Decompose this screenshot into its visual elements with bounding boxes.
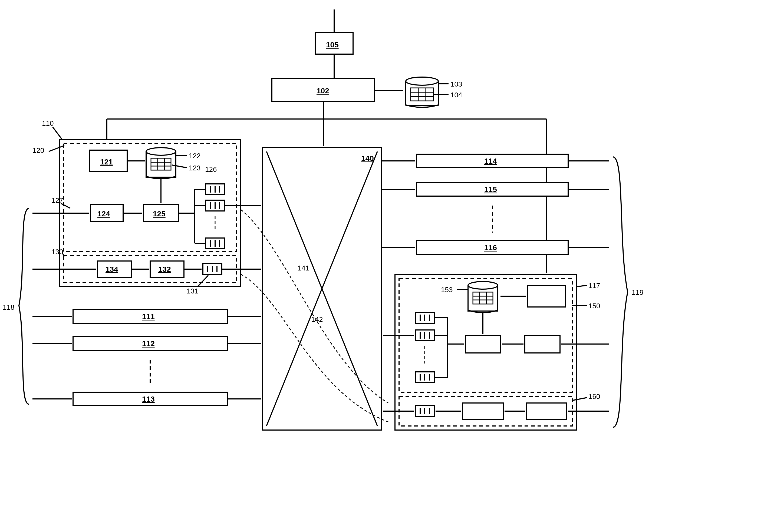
svg-rect-99 xyxy=(465,335,500,353)
ref-150: 150 xyxy=(588,302,600,310)
svg-rect-7 xyxy=(411,88,433,101)
svg-rect-100 xyxy=(525,335,560,353)
database-122 xyxy=(146,148,176,179)
ref-126: 126 xyxy=(205,165,217,173)
block-134: 134 xyxy=(106,265,118,273)
ref-160: 160 xyxy=(588,392,600,401)
ref-123: 123 xyxy=(189,164,200,172)
ref-110: 110 xyxy=(42,119,54,127)
svg-point-92 xyxy=(468,282,498,289)
svg-rect-128 xyxy=(463,403,503,419)
svg-rect-130 xyxy=(526,403,567,419)
ref-117: 117 xyxy=(588,282,600,290)
block-105: 105 xyxy=(326,41,339,49)
block-113: 113 xyxy=(142,395,155,403)
ref-103: 103 xyxy=(450,80,462,88)
ref-142: 142 xyxy=(311,315,323,323)
ref-118: 118 xyxy=(3,303,14,311)
svg-rect-27 xyxy=(151,158,171,170)
ref-119: 119 xyxy=(632,288,643,296)
database-153 xyxy=(468,282,498,313)
block-124: 124 xyxy=(97,210,110,218)
block-111: 111 xyxy=(142,312,155,321)
block-132: 132 xyxy=(158,265,171,273)
database-103 xyxy=(406,77,438,107)
block-121: 121 xyxy=(100,158,113,166)
ref-127: 127 xyxy=(51,196,63,204)
ref-141: 141 xyxy=(298,264,309,272)
block-115: 115 xyxy=(484,185,497,194)
block-140: 140 xyxy=(361,154,374,163)
block-102: 102 xyxy=(317,87,329,95)
ref-122: 122 xyxy=(189,152,200,160)
ref-131: 131 xyxy=(187,287,198,295)
block-116: 116 xyxy=(484,243,497,252)
block-125: 125 xyxy=(153,210,166,218)
svg-rect-93 xyxy=(473,292,493,304)
svg-point-26 xyxy=(146,148,176,155)
block-114: 114 xyxy=(484,157,497,165)
block-112: 112 xyxy=(142,339,155,348)
svg-rect-89 xyxy=(528,285,565,307)
ref-130: 130 xyxy=(51,248,63,256)
ref-120: 120 xyxy=(32,146,44,154)
ref-153: 153 xyxy=(441,286,453,294)
block-diagram: 105 102 103 104 140 141 142 110 120 121 … xyxy=(0,0,774,532)
svg-point-6 xyxy=(406,77,438,85)
ref-104: 104 xyxy=(450,91,462,99)
